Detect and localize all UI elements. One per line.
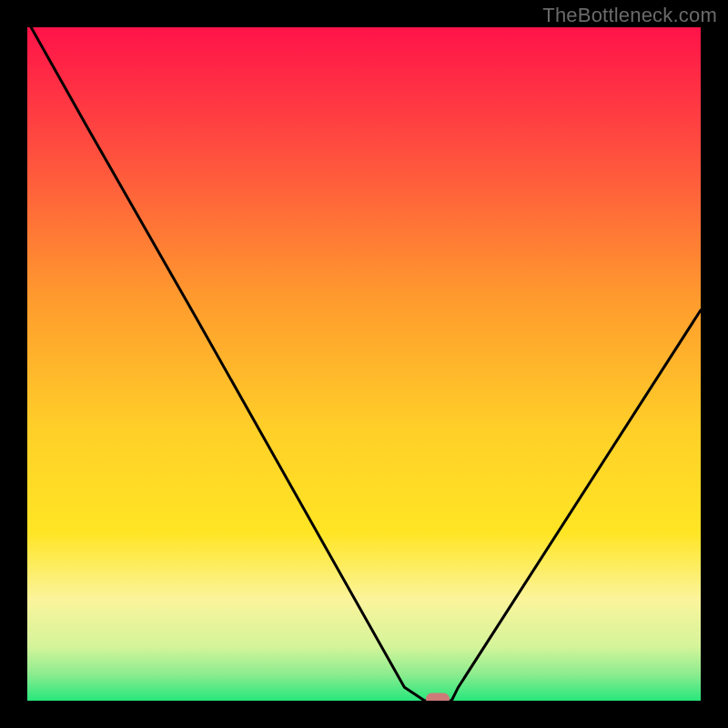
curve-layer bbox=[27, 27, 701, 701]
watermark-text: TheBottleneck.com bbox=[542, 4, 717, 27]
plot-area bbox=[27, 27, 701, 701]
optimal-marker bbox=[426, 693, 450, 701]
bottleneck-curve bbox=[27, 27, 701, 701]
